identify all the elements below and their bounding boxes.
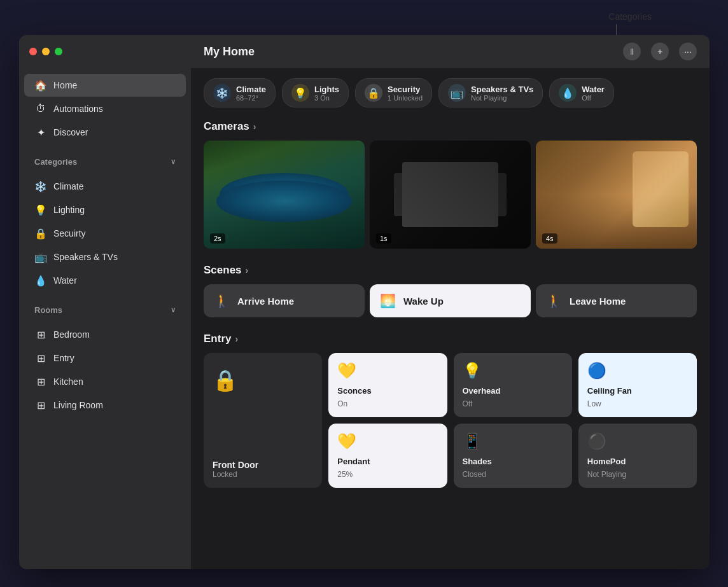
categories-label: Categories [34, 157, 77, 167]
climate-icon: ❄️ [34, 180, 47, 193]
app-window: 🏠 Home ⏱ Automations ✦ Discover Categori… [19, 35, 710, 569]
chip-speakers[interactable]: 📺 Speakers & TVs Not Playing [438, 78, 543, 107]
device-card-homepod[interactable]: ⚫ HomePod Not Playing [578, 424, 697, 488]
overhead-label: Overhead [463, 386, 563, 396]
chip-security[interactable]: 🔒 Security 1 Unlocked [355, 78, 432, 107]
cameras-section-title: Cameras › [204, 120, 697, 133]
traffic-light-close[interactable] [29, 48, 37, 55]
camera-thumb-2[interactable]: 1s [370, 141, 531, 249]
device-card-front-door[interactable]: 🔒 Front Door Locked [204, 353, 322, 488]
sidebar-item-water[interactable]: 💧 Water [24, 269, 186, 292]
bedroom-icon: ⊞ [34, 328, 47, 341]
speakers-icon: 📺 [34, 251, 47, 263]
sidebar-label-entry: Entry [53, 353, 74, 363]
rooms-chevron[interactable]: ∨ [171, 306, 176, 314]
sidebar-item-automations[interactable]: ⏱ Automations [24, 97, 186, 120]
homepod-icon: ⚫ [587, 432, 688, 450]
sidebar-label-kitchen: Kitchen [53, 376, 83, 387]
more-icon: ··· [684, 46, 692, 57]
sidebar-label-bedroom: Bedroom [53, 329, 90, 340]
entry-chevron[interactable]: › [235, 334, 238, 344]
entry-label: Entry [204, 333, 231, 345]
sidebar-label-speakers: Speakers & TVs [53, 252, 118, 262]
wake-up-icon: 🌅 [380, 293, 396, 308]
home-icon: 🏠 [34, 79, 47, 92]
arrive-home-icon: 🚶 [214, 293, 230, 308]
entry-section-title: Entry › [204, 333, 697, 345]
camera-thumb-1[interactable]: 2s [204, 141, 365, 249]
chip-speakers-text: Speakers & TVs Not Playing [471, 85, 533, 102]
categories-chevron[interactable]: ∨ [171, 158, 176, 166]
device-card-shades[interactable]: 📱 Shades Closed [454, 424, 572, 488]
cameras-label: Cameras [204, 120, 249, 133]
chip-security-text: Security 1 Unlocked [388, 85, 423, 102]
wake-up-label: Wake Up [403, 296, 444, 307]
ceiling-fan-status: Low [587, 399, 688, 408]
sconces-label: Sconces [337, 386, 438, 396]
page-title: My Home [204, 45, 255, 59]
device-card-pendant[interactable]: 💛 Pendant 25% [328, 424, 447, 488]
sidebar-item-security[interactable]: 🔒 Secuirty [24, 222, 186, 245]
shades-icon: 📱 [463, 432, 563, 450]
rooms-header: Rooms ∨ [19, 298, 191, 317]
traffic-light-maximize[interactable] [55, 48, 62, 55]
sidebar-label-home: Home [53, 80, 77, 90]
sidebar-item-bedroom[interactable]: ⊞ Bedroom [24, 323, 186, 346]
chip-speakers-icon: 📺 [448, 84, 466, 102]
entry-icon: ⊞ [34, 352, 47, 364]
status-chips-row: ❄️ Climate 68–72° 💡 Lights 3 On 🔒 [204, 78, 697, 107]
sidebar-item-kitchen[interactable]: ⊞ Kitchen [24, 370, 186, 393]
sidebar-item-speakers[interactable]: 📺 Speakers & TVs [24, 245, 186, 268]
scene-wake-up[interactable]: 🌅 Wake Up [370, 284, 531, 317]
chip-climate-text: Climate 68–72° [236, 85, 266, 102]
scene-leave-home[interactable]: 🚶 Leave Home [536, 284, 697, 317]
cameras-chevron[interactable]: › [253, 121, 256, 132]
camera-thumb-3[interactable]: 4s [536, 141, 697, 249]
chip-water[interactable]: 💧 Water Off [549, 78, 614, 107]
pendant-icon: 💛 [337, 432, 438, 450]
chip-climate-icon: ❄️ [213, 84, 231, 102]
overhead-status: Off [463, 399, 563, 408]
sidebar-item-discover[interactable]: ✦ Discover [24, 121, 186, 144]
sidebar-item-entry[interactable]: ⊞ Entry [24, 347, 186, 369]
sidebar-item-lighting[interactable]: 💡 Lighting [24, 198, 186, 221]
chip-climate[interactable]: ❄️ Climate 68–72° [204, 78, 276, 107]
scene-arrive-home[interactable]: 🚶 Arrive Home [204, 284, 365, 317]
scenes-label: Scenes [204, 264, 242, 277]
device-card-overhead[interactable]: 💡 Overhead Off [454, 353, 572, 417]
sconces-status: On [337, 399, 438, 408]
add-button[interactable]: + [651, 43, 669, 60]
sidebar-nav: 🏠 Home ⏱ Automations ✦ Discover [19, 68, 191, 149]
chip-lights[interactable]: 💡 Lights 3 On [282, 78, 349, 107]
scenes-chevron[interactable]: › [246, 265, 249, 275]
device-card-sconces[interactable]: 💛 Sconces On [328, 353, 447, 417]
sidebar-label-discover: Discover [53, 127, 88, 137]
chip-speakers-sub: Not Playing [471, 94, 533, 102]
water-icon: 💧 [34, 274, 47, 287]
sidebar-label-security: Secuirty [53, 228, 86, 238]
chip-water-sub: Off [582, 94, 605, 102]
arrive-home-label: Arrive Home [237, 296, 294, 307]
camera-badge-3: 4s [542, 233, 557, 244]
device-card-ceiling-fan[interactable]: 🔵 Ceiling Fan Low [578, 353, 697, 417]
scenes-row: 🚶 Arrive Home 🌅 Wake Up 🚶 Leave Home [204, 284, 697, 317]
sidebar-item-home[interactable]: 🏠 Home [24, 74, 186, 97]
sidebar-item-climate[interactable]: ❄️ Climate [24, 175, 186, 198]
lock-icon: 🔒 [213, 368, 313, 392]
homepod-status: Not Playing [587, 470, 688, 479]
camera-badge-1: 2s [210, 233, 225, 244]
sidebar-item-living[interactable]: ⊞ Living Room [24, 394, 186, 417]
pendant-status: 25% [337, 470, 438, 479]
chip-water-label: Water [582, 85, 605, 94]
pendant-label: Pendant [337, 457, 438, 466]
titlebar-actions: ⫴ + ··· [623, 43, 697, 60]
more-button[interactable]: ··· [679, 43, 697, 60]
sound-waves-button[interactable]: ⫴ [623, 43, 641, 60]
categories-nav: ❄️ Climate 💡 Lighting 🔒 Secuirty 📺 Speak… [19, 169, 191, 298]
chip-climate-sub: 68–72° [236, 94, 266, 102]
chip-security-icon: 🔒 [365, 84, 382, 102]
sidebar-label-living: Living Room [53, 400, 103, 410]
lighting-icon: 💡 [34, 204, 47, 216]
homepod-label: HomePod [587, 457, 688, 466]
traffic-light-minimize[interactable] [42, 48, 50, 55]
